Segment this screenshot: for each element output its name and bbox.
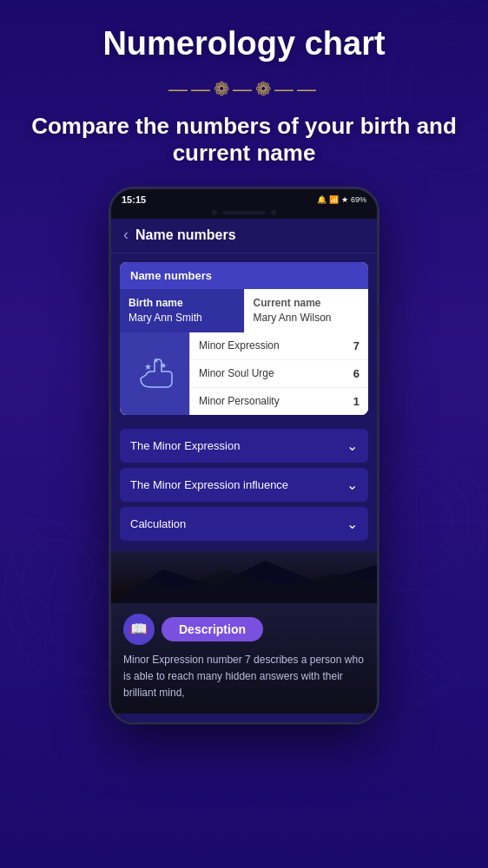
birth-name-cell: Birth name Mary Ann Smith bbox=[120, 289, 244, 332]
app-content: ‹ Name numbers Name numbers Birth name M… bbox=[111, 219, 377, 722]
battery-level: 69% bbox=[351, 195, 366, 204]
current-name-cell: Current name Mary Ann Wilson bbox=[244, 289, 369, 332]
svg-text:★: ★ bbox=[144, 362, 152, 372]
notification-icon: 🔔 bbox=[317, 195, 326, 204]
minor-personality-row: Minor Personality 1 bbox=[190, 388, 368, 415]
name-numbers-card: Name numbers Birth name Mary Ann Smith C… bbox=[120, 262, 368, 415]
camera-dot-2 bbox=[271, 210, 276, 215]
page-title: Numerology chart bbox=[102, 26, 385, 62]
svg-text:★: ★ bbox=[160, 361, 167, 370]
minor-expression-row: Minor Expression 7 bbox=[190, 332, 368, 360]
camera-dot bbox=[212, 210, 217, 215]
status-bar: 15:15 🔔 📶 ★ 69% bbox=[111, 189, 377, 208]
minor-soul-urge-row: Minor Soul Urge 6 bbox=[190, 360, 368, 388]
background: Numerology chart ――❁―❁―― Compare the num… bbox=[0, 0, 488, 868]
current-name-value: Mary Ann Wilson bbox=[254, 311, 360, 326]
birth-name-value: Mary Ann Smith bbox=[129, 311, 235, 326]
page-subtitle: Compare the numbers of your birth and cu… bbox=[17, 113, 471, 167]
numbers-section: ★ ★ ★ Minor Expression 7 bbox=[120, 332, 368, 415]
minor-personality-label: Minor Personality bbox=[199, 395, 280, 407]
chevron-down-icon-0: ⌄ bbox=[346, 437, 358, 454]
star-hand-icon: ★ ★ ★ bbox=[134, 351, 175, 397]
description-text: Minor Expression number 7 describes a pe… bbox=[123, 652, 365, 702]
phone-mockup: 15:15 🔔 📶 ★ 69% ‹ Name numbers bbox=[109, 187, 379, 724]
minor-soul-urge-label: Minor Soul Urge bbox=[199, 367, 274, 379]
number-rows: Minor Expression 7 Minor Soul Urge 6 Min… bbox=[189, 332, 368, 415]
chevron-down-icon-2: ⌄ bbox=[346, 516, 358, 532]
current-name-label: Current name bbox=[254, 296, 360, 311]
status-time: 15:15 bbox=[122, 194, 146, 205]
main-content: Numerology chart ――❁―❁―― Compare the num… bbox=[0, 0, 488, 724]
chevron-down-icon-1: ⌄ bbox=[346, 477, 358, 493]
birth-name-label: Birth name bbox=[129, 296, 235, 311]
speaker-bar bbox=[222, 211, 266, 214]
wifi-icon: 📶 bbox=[329, 195, 339, 204]
camera-bar bbox=[111, 208, 377, 219]
description-badge: Description bbox=[162, 617, 263, 641]
status-icons: 🔔 📶 ★ 69% bbox=[317, 195, 366, 204]
icon-cell: ★ ★ ★ bbox=[120, 332, 189, 415]
minor-expression-value: 7 bbox=[353, 339, 359, 352]
minor-expression-label: Minor Expression bbox=[199, 339, 280, 352]
svg-text:★: ★ bbox=[153, 357, 159, 365]
minor-personality-value: 1 bbox=[353, 395, 359, 408]
signal-icon: ★ bbox=[341, 195, 348, 204]
back-button[interactable]: ‹ bbox=[123, 226, 129, 244]
accordion-minor-expression[interactable]: The Minor Expression ⌄ bbox=[120, 429, 368, 463]
name-comparison-row: Birth name Mary Ann Smith Current name M… bbox=[120, 289, 368, 332]
card-header: Name numbers bbox=[120, 262, 368, 289]
accordion-container: The Minor Expression ⌄ The Minor Express… bbox=[111, 424, 377, 551]
app-header: ‹ Name numbers bbox=[111, 219, 377, 253]
description-area: 📖 Description Minor Expression number 7 … bbox=[111, 603, 377, 714]
accordion-calculation[interactable]: Calculation ⌄ bbox=[120, 507, 368, 541]
header-title: Name numbers bbox=[135, 227, 236, 243]
minor-soul-urge-value: 6 bbox=[353, 367, 359, 380]
accordion-minor-expression-influence-label: The Minor Expression influence bbox=[130, 478, 288, 491]
accordion-minor-expression-label: The Minor Expression bbox=[130, 439, 240, 452]
bottom-section: 📖 Description Minor Expression number 7 … bbox=[111, 551, 377, 714]
ornament-divider: ――❁―❁―― bbox=[168, 78, 320, 101]
mountain-landscape bbox=[111, 551, 377, 603]
book-icon: 📖 bbox=[123, 614, 155, 645]
accordion-calculation-label: Calculation bbox=[130, 517, 186, 530]
description-header: 📖 Description bbox=[123, 614, 365, 645]
accordion-minor-expression-influence[interactable]: The Minor Expression influence ⌄ bbox=[120, 468, 368, 502]
